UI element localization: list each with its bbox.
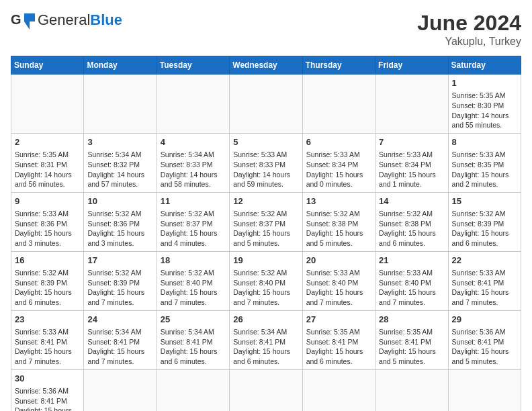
logo-blue-text: Blue [90, 11, 122, 28]
day-number: 24 [87, 314, 152, 326]
day-number: 2 [15, 136, 80, 148]
calendar-cell [157, 75, 229, 134]
day-number: 17 [87, 255, 152, 267]
weekday-header-saturday: Saturday [448, 56, 521, 75]
day-number: 25 [161, 314, 226, 326]
calendar-cell: 23Sunrise: 5:33 AMSunset: 8:41 PMDayligh… [11, 310, 84, 369]
day-info: Sunrise: 5:32 AMSunset: 8:40 PMDaylight:… [161, 268, 226, 308]
calendar-table: SundayMondayTuesdayWednesdayThursdayFrid… [11, 56, 521, 411]
calendar-cell [230, 75, 302, 134]
calendar-header: SundayMondayTuesdayWednesdayThursdayFrid… [11, 56, 521, 75]
day-number: 9 [15, 195, 80, 208]
day-number: 21 [379, 255, 444, 267]
svg-marker-2 [24, 21, 30, 30]
day-number: 15 [452, 195, 517, 208]
day-info: Sunrise: 5:32 AMSunset: 8:36 PMDaylight:… [87, 209, 152, 248]
calendar-cell: 13Sunrise: 5:32 AMSunset: 8:38 PMDayligh… [302, 192, 375, 251]
logo-text: GeneralBlue [38, 11, 122, 28]
day-number: 3 [87, 136, 152, 148]
weekday-header-thursday: Thursday [302, 56, 375, 75]
day-info: Sunrise: 5:32 AMSunset: 8:39 PMDaylight:… [15, 268, 80, 308]
calendar-location: Yakuplu, Turkey [417, 36, 521, 48]
calendar-cell: 14Sunrise: 5:32 AMSunset: 8:38 PMDayligh… [375, 192, 448, 251]
day-info: Sunrise: 5:36 AMSunset: 8:41 PMDaylight:… [15, 386, 80, 411]
calendar-cell: 22Sunrise: 5:33 AMSunset: 8:41 PMDayligh… [448, 251, 521, 310]
day-number: 4 [161, 136, 226, 148]
day-number: 13 [306, 195, 371, 208]
day-info: Sunrise: 5:34 AMSunset: 8:41 PMDaylight:… [233, 327, 298, 367]
calendar-title-block: June 2024 Yakuplu, Turkey [417, 11, 521, 48]
day-number: 6 [306, 136, 371, 148]
calendar-body: 1Sunrise: 5:35 AMSunset: 8:30 PMDaylight… [11, 75, 521, 412]
day-number: 1 [452, 77, 517, 89]
day-number: 11 [161, 195, 226, 208]
calendar-cell: 30Sunrise: 5:36 AMSunset: 8:41 PMDayligh… [11, 369, 84, 411]
calendar-cell [302, 369, 375, 411]
calendar-cell: 26Sunrise: 5:34 AMSunset: 8:41 PMDayligh… [230, 310, 302, 369]
calendar-cell: 10Sunrise: 5:32 AMSunset: 8:36 PMDayligh… [84, 192, 157, 251]
day-number: 16 [15, 255, 80, 267]
day-info: Sunrise: 5:35 AMSunset: 8:31 PMDaylight:… [15, 150, 80, 189]
day-info: Sunrise: 5:32 AMSunset: 8:39 PMDaylight:… [87, 268, 152, 308]
day-number: 29 [452, 314, 517, 326]
calendar-cell: 11Sunrise: 5:32 AMSunset: 8:37 PMDayligh… [157, 192, 229, 251]
day-number: 7 [379, 136, 444, 148]
day-number: 8 [452, 136, 517, 148]
calendar-cell [375, 75, 448, 134]
day-info: Sunrise: 5:32 AMSunset: 8:40 PMDaylight:… [233, 268, 298, 308]
weekday-header-wednesday: Wednesday [230, 56, 302, 75]
day-number: 12 [233, 195, 298, 208]
calendar-cell: 7Sunrise: 5:33 AMSunset: 8:34 PMDaylight… [375, 133, 448, 192]
calendar-week-2: 9Sunrise: 5:33 AMSunset: 8:36 PMDaylight… [11, 192, 521, 251]
day-number: 23 [15, 314, 80, 326]
calendar-cell: 25Sunrise: 5:34 AMSunset: 8:41 PMDayligh… [157, 310, 229, 369]
calendar-cell: 1Sunrise: 5:35 AMSunset: 8:30 PMDaylight… [448, 75, 521, 134]
day-number: 18 [161, 255, 226, 267]
calendar-week-0: 1Sunrise: 5:35 AMSunset: 8:30 PMDaylight… [11, 75, 521, 134]
calendar-cell: 29Sunrise: 5:36 AMSunset: 8:41 PMDayligh… [448, 310, 521, 369]
day-number: 26 [233, 314, 298, 326]
calendar-cell [84, 369, 157, 411]
day-info: Sunrise: 5:33 AMSunset: 8:36 PMDaylight:… [15, 209, 80, 248]
calendar-cell: 2Sunrise: 5:35 AMSunset: 8:31 PMDaylight… [11, 133, 84, 192]
day-number: 22 [452, 255, 517, 267]
day-number: 27 [306, 314, 371, 326]
day-number: 30 [15, 373, 80, 385]
day-info: Sunrise: 5:34 AMSunset: 8:41 PMDaylight:… [87, 327, 152, 367]
calendar-cell: 3Sunrise: 5:34 AMSunset: 8:32 PMDaylight… [84, 133, 157, 192]
day-info: Sunrise: 5:33 AMSunset: 8:35 PMDaylight:… [452, 150, 517, 189]
day-info: Sunrise: 5:32 AMSunset: 8:39 PMDaylight:… [452, 209, 517, 248]
calendar-month-year: June 2024 [417, 11, 521, 36]
calendar-cell: 21Sunrise: 5:33 AMSunset: 8:40 PMDayligh… [375, 251, 448, 310]
calendar-week-5: 30Sunrise: 5:36 AMSunset: 8:41 PMDayligh… [11, 369, 521, 411]
day-info: Sunrise: 5:33 AMSunset: 8:40 PMDaylight:… [379, 268, 444, 308]
day-number: 14 [379, 195, 444, 208]
day-info: Sunrise: 5:33 AMSunset: 8:34 PMDaylight:… [379, 150, 444, 189]
weekday-header-tuesday: Tuesday [157, 56, 229, 75]
day-info: Sunrise: 5:35 AMSunset: 8:41 PMDaylight:… [379, 327, 444, 367]
day-info: Sunrise: 5:33 AMSunset: 8:34 PMDaylight:… [306, 150, 371, 189]
calendar-cell [302, 75, 375, 134]
calendar-cell [448, 369, 521, 411]
calendar-cell [157, 369, 229, 411]
weekday-header-friday: Friday [375, 56, 448, 75]
calendar-cell [11, 75, 84, 134]
calendar-cell: 15Sunrise: 5:32 AMSunset: 8:39 PMDayligh… [448, 192, 521, 251]
calendar-cell: 8Sunrise: 5:33 AMSunset: 8:35 PMDaylight… [448, 133, 521, 192]
day-number: 19 [233, 255, 298, 267]
calendar-cell: 24Sunrise: 5:34 AMSunset: 8:41 PMDayligh… [84, 310, 157, 369]
calendar-cell: 4Sunrise: 5:34 AMSunset: 8:33 PMDaylight… [157, 133, 229, 192]
day-info: Sunrise: 5:34 AMSunset: 8:41 PMDaylight:… [161, 327, 226, 367]
calendar-cell: 27Sunrise: 5:35 AMSunset: 8:41 PMDayligh… [302, 310, 375, 369]
calendar-cell [230, 369, 302, 411]
day-info: Sunrise: 5:32 AMSunset: 8:37 PMDaylight:… [233, 209, 298, 248]
day-number: 20 [306, 255, 371, 267]
day-info: Sunrise: 5:32 AMSunset: 8:38 PMDaylight:… [379, 209, 444, 248]
calendar-cell [84, 75, 157, 134]
svg-marker-1 [24, 13, 35, 21]
day-number: 28 [379, 314, 444, 326]
calendar-cell: 6Sunrise: 5:33 AMSunset: 8:34 PMDaylight… [302, 133, 375, 192]
calendar-cell: 18Sunrise: 5:32 AMSunset: 8:40 PMDayligh… [157, 251, 229, 310]
logo-wordmark: GeneralBlue [38, 11, 122, 29]
day-info: Sunrise: 5:34 AMSunset: 8:32 PMDaylight:… [87, 150, 152, 189]
